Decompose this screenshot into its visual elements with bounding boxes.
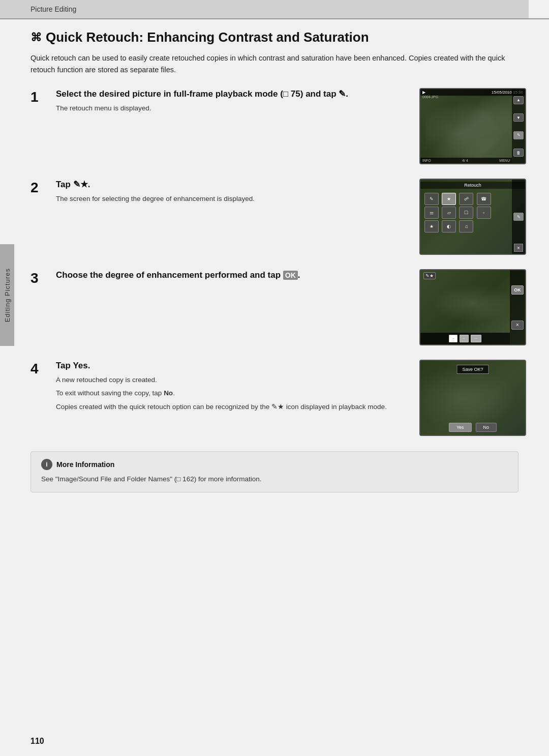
screen2-right-buttons: ✎ [512,180,525,254]
step-2-desc: The screen for selecting the degree of e… [56,194,409,204]
step-4-desc3: Copies created with the quick retouch op… [56,402,409,412]
more-info-box: i More Information See "Image/Sound File… [30,451,518,492]
more-info-title: i More Information [41,459,508,470]
retouch-icon-9[interactable]: ★ [424,220,439,232]
close-x-button[interactable]: × [514,244,523,252]
step-2: 2 Tap ✎★. The screen for selecting the d… [30,179,518,255]
title-text: Quick Retouch: Enhancing Contrast and Sa… [46,30,369,45]
title-icon: ⌘ [30,31,42,44]
breadcrumb: Picture Editing [30,5,76,13]
screen1-filename: 0004.JPG [422,95,438,99]
intro-text: Quick retouch can be used to easily crea… [30,52,518,76]
screen3-bottom-controls: · ·· ··· [420,333,510,344]
enhance-level-3[interactable]: ··· [471,335,481,342]
camera-screen-3: ✎★ OK × · ·· ··· [419,269,526,345]
step-3-number: 3 [30,269,56,345]
screen1-bg: ▶ 15/05/2010 15:30 0004.JPG ▲ ▼ ✎ 🗑 INFO… [420,89,525,163]
screen2-icons: ✎ ★ ☍ ☎ ⚌ ▱ ☐ ▫ ★ ◐ ♫ [422,191,512,235]
up-button[interactable]: ▲ [513,96,524,104]
step-1-desc: The retouch menu is displayed. [56,103,409,113]
step-4-title: Tap Yes. [56,360,409,372]
retouch-icon-2[interactable]: ★ [442,193,456,205]
retouch-icon-6[interactable]: ▱ [442,207,456,219]
retouch-icon-4[interactable]: ☎ [477,193,491,205]
page-number: 110 [30,737,44,746]
step-2-number: 2 [30,179,56,255]
yes-button[interactable]: Yes [449,423,472,432]
screen4-bg: Save OK? Yes No [420,361,525,435]
screen3-close-button[interactable]: × [511,321,524,330]
step-4-number: 4 [30,360,56,436]
screen3-right-btns: OK × [510,270,525,344]
step-3-screen: ✎★ OK × · ·· ··· [409,269,518,345]
retouch-icon-3[interactable]: ☍ [459,193,473,205]
save-buttons: Yes No [449,423,497,432]
retouch-icon-7[interactable]: ☐ [459,207,473,219]
screen1-bottom-bar: INFO 4/ 4 MENU [420,158,512,163]
page-title: ⌘ Quick Retouch: Enhancing Contrast and … [30,30,518,45]
step-2-title: Tap ✎★. [56,179,409,191]
header-bar: Picture Editing [0,0,529,18]
flowers-overlay [431,285,515,323]
screen2-title: Retouch [420,182,525,189]
more-info-icon: i [41,459,52,470]
more-info-text: See "Image/Sound File and Folder Names" … [41,474,508,484]
camera-screen-1: ▶ 15/05/2010 15:30 0004.JPG ▲ ▼ ✎ 🗑 INFO… [419,88,526,164]
edit-button[interactable]: ✎ [513,131,524,139]
step-1-title: Select the desired picture in full-frame… [56,88,409,100]
enhance-level-2[interactable]: ·· [460,335,469,342]
step-1-body: Select the desired picture in full-frame… [56,88,409,164]
step-3-body: Choose the degree of enhancement perform… [56,269,409,345]
step-1-screen: ▶ 15/05/2010 15:30 0004.JPG ▲ ▼ ✎ 🗑 INFO… [409,88,518,164]
play-icon: ▶ [422,90,425,95]
step-1: 1 Select the desired picture in full-fra… [30,88,518,164]
content-wrapper: ⌘ Quick Retouch: Enhancing Contrast and … [0,19,549,513]
step-4-screen: Save OK? Yes No [409,360,518,436]
edit-btn-2[interactable]: ✎ [513,213,524,221]
step-2-screen: Retouch ✎ ★ ☍ ☎ ⚌ ▱ ☐ ▫ ★ ◐ ♫ [409,179,518,255]
down-button[interactable]: ▼ [513,113,524,122]
step-4: 4 Tap Yes. A new retouched copy is creat… [30,360,518,436]
screen2-bg: Retouch ✎ ★ ☍ ☎ ⚌ ▱ ☐ ▫ ★ ◐ ♫ [420,180,525,254]
retouch-icon-11[interactable]: ♫ [459,220,473,232]
step-2-body: Tap ✎★. The screen for selecting the deg… [56,179,409,255]
camera-screen-2: Retouch ✎ ★ ☍ ☎ ⚌ ▱ ☐ ▫ ★ ◐ ♫ [419,179,526,255]
side-tab-label: Editing Pictures [4,268,11,322]
retouch-icon-1[interactable]: ✎ [424,193,439,205]
screen1-right-buttons: ▲ ▼ ✎ 🗑 [512,89,525,163]
screen3-bg: ✎★ OK × · ·· ··· [420,270,525,344]
save-ok-prompt: Save OK? [456,365,489,374]
step-1-number: 1 [30,88,56,164]
enhance-level-1[interactable]: · [449,335,457,342]
side-tab: Editing Pictures [0,244,14,346]
counter: 4/ 4 [462,159,468,162]
step-4-body: Tap Yes. A new retouched copy is created… [56,360,409,436]
no-button[interactable]: No [476,423,497,432]
info-label: INFO [422,159,431,162]
more-info-heading: More Information [56,460,114,469]
menu-label: MENU [499,159,510,162]
step-3-title: Choose the degree of enhancement perform… [56,269,409,281]
camera-screen-4: Save OK? Yes No [419,360,526,436]
retouch-icon-8[interactable]: ▫ [477,207,491,219]
step-3: 3 Choose the degree of enhancement perfo… [30,269,518,345]
ok-button[interactable]: OK [511,285,524,295]
screen3-top-icon: ✎★ [423,272,436,279]
step-4-desc1: A new retouched copy is created. [56,375,409,385]
retouch-icon-5[interactable]: ⚌ [424,207,439,219]
retouch-icon-10[interactable]: ◐ [442,220,456,232]
flowers-decoration [425,97,510,156]
delete-button[interactable]: 🗑 [513,149,524,157]
step-4-desc2: To exit without saving the copy, tap No. [56,388,409,398]
